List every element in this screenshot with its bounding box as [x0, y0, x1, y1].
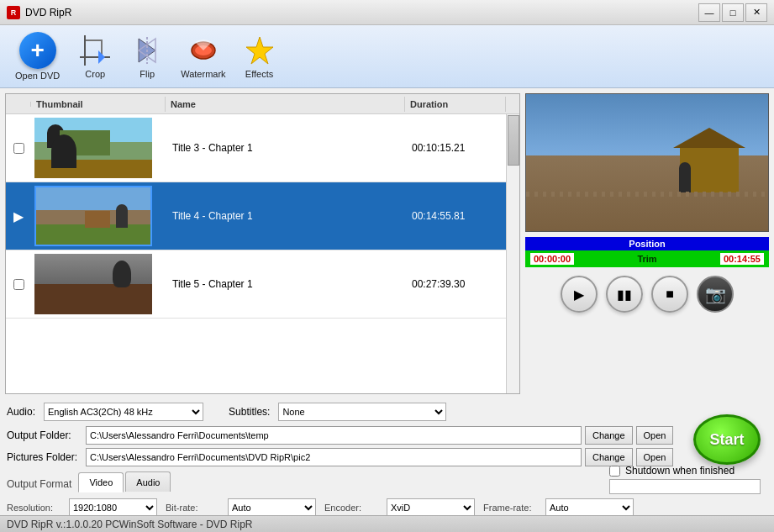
toolbar: + Open DVD Crop Fli [0, 25, 774, 88]
tab-video[interactable]: Video [78, 472, 124, 492]
bitrate-label: Bit-rate: [166, 503, 224, 513]
row-checkbox-3[interactable] [6, 276, 31, 293]
scrollbar-thumb[interactable] [508, 115, 519, 166]
maximize-button[interactable]: □ [722, 3, 744, 22]
table-header: Thumbnail Name Duration [6, 94, 519, 114]
play-button[interactable]: ▶ [561, 276, 598, 313]
header-name: Name [166, 97, 405, 112]
watermark-tool-button[interactable]: Watermark [174, 30, 232, 82]
shutdown-input[interactable] [609, 479, 761, 494]
app-title: DVD RipR [25, 7, 71, 18]
pictures-folder-change-button[interactable]: Change [585, 448, 633, 466]
svg-marker-9 [246, 37, 273, 64]
pause-button[interactable]: ▮▮ [606, 276, 643, 313]
av-row: Audio: English AC3(2Ch) 48 kHz Subtitles… [7, 403, 767, 421]
open-dvd-icon: + [19, 32, 56, 69]
shutdown-row: Shutdown when finished [609, 465, 761, 477]
stop-button[interactable]: ■ [651, 276, 688, 313]
row-name-2: Title 4 - Chapter 1 [166, 207, 405, 225]
title-bar: R DVD RipR ― □ ✕ [0, 0, 774, 25]
row-duration-2: 00:14:55.81 [405, 207, 506, 225]
flip-label: Flip [140, 69, 155, 79]
encoder-label: Encoder: [324, 503, 383, 513]
output-folder-open-button[interactable]: Open [636, 426, 674, 445]
output-folder-change-button[interactable]: Change [585, 426, 633, 445]
audio-label: Audio: [7, 406, 35, 418]
table-scrollbar[interactable] [506, 114, 519, 393]
trim-end-time: 00:14:55 [720, 253, 764, 265]
subtitles-select[interactable]: None [278, 403, 446, 421]
bitrate-select[interactable]: Auto [228, 498, 316, 517]
output-folder-label: Output Folder: [7, 429, 82, 441]
subtitles-label: Subtitles: [229, 406, 270, 418]
row-duration-3: 00:27:39.30 [405, 275, 506, 293]
start-button[interactable]: Start [693, 414, 761, 465]
right-panel: Position 00:00:00 Trim 00:14:55 ▶ ▮▮ ■ 📷 [525, 93, 769, 394]
encoder-select[interactable]: XviD H.264 [387, 498, 475, 517]
encoder-setting: Encoder: XviD H.264 [324, 498, 475, 517]
row-indicator-2: ▶ [6, 205, 31, 228]
row-checkbox-1[interactable] [6, 140, 31, 157]
header-check [6, 102, 31, 107]
thumbnail-1 [31, 114, 166, 182]
preview-scene [526, 94, 768, 231]
output-folder-input[interactable] [86, 426, 582, 445]
open-dvd-button[interactable]: + Open DVD [7, 29, 68, 84]
row-name-3: Title 5 - Chapter 1 [166, 275, 405, 293]
effects-tool-button[interactable]: Effects [234, 30, 285, 82]
checkbox-3[interactable] [13, 279, 24, 290]
watermark-label: Watermark [181, 69, 225, 79]
pictures-folder-input[interactable] [86, 448, 582, 466]
shutdown-checkbox[interactable] [609, 466, 620, 477]
crop-tool-button[interactable]: Crop [70, 30, 120, 82]
table-body: Title 3 - Chapter 1 00:10:15.21 ▶ Title [6, 114, 506, 393]
title-bar-left: R DVD RipR [7, 6, 71, 19]
pictures-folder-label: Pictures Folder: [7, 451, 82, 463]
effects-icon [243, 34, 276, 67]
effects-label: Effects [245, 69, 273, 79]
pictures-folder-open-button[interactable]: Open [636, 448, 674, 466]
tab-audio[interactable]: Audio [125, 471, 171, 492]
row-name-1: Title 3 - Chapter 1 [166, 139, 405, 157]
status-bar: DVD RipR v.:1.0.0.20 PCWinSoft Software … [0, 515, 774, 532]
thumbnail-2 [31, 182, 166, 250]
resolution-label: Resolution: [7, 503, 66, 513]
minimize-button[interactable]: ― [698, 3, 720, 22]
status-text: DVD RipR v.:1.0.0.20 PCWinSoft Software … [7, 519, 253, 530]
checkbox-1[interactable] [13, 143, 24, 154]
close-button[interactable]: ✕ [745, 3, 767, 22]
preview-box [525, 93, 769, 232]
resolution-select[interactable]: 1920:1080 1280:720 720:480 Auto [69, 498, 157, 517]
header-duration: Duration [405, 97, 506, 112]
thumbnail-3 [31, 250, 166, 318]
audio-select[interactable]: English AC3(2Ch) 48 kHz [44, 403, 203, 421]
player-controls: ▶ ▮▮ ■ 📷 [525, 272, 769, 316]
flip-tool-button[interactable]: Flip [122, 30, 172, 82]
row-duration-1: 00:10:15.21 [405, 139, 506, 157]
pictures-folder-row: Pictures Folder: Change Open [7, 448, 767, 466]
content-table: Thumbnail Name Duration [5, 93, 520, 394]
output-format-label: Output Format [7, 478, 71, 490]
thumb-image-1 [34, 118, 152, 178]
shutdown-label: Shutdown when finished [625, 465, 735, 477]
crop-label: Crop [85, 69, 105, 79]
snapshot-button[interactable]: 📷 [697, 276, 734, 313]
table-row[interactable]: Title 5 - Chapter 1 00:27:39.30 [6, 250, 506, 319]
table-row[interactable]: Title 3 - Chapter 1 00:10:15.21 [6, 114, 506, 182]
framerate-select[interactable]: Auto [545, 498, 634, 517]
framerate-label: Frame-rate: [483, 503, 542, 513]
trim-bar: 00:00:00 Trim 00:14:55 [525, 250, 769, 267]
start-section: Start [693, 414, 761, 465]
trim-start-time: 00:00:00 [530, 253, 574, 265]
app-icon: R [7, 6, 20, 19]
table-row[interactable]: ▶ Title 4 - Chapter 1 00:14:55.81 [6, 182, 506, 250]
open-dvd-label: Open DVD [15, 71, 60, 81]
trim-label: Trim [637, 254, 656, 264]
format-tabs: Video Audio [78, 471, 172, 492]
position-bar-container: Position 00:00:00 Trim 00:14:55 [525, 237, 769, 267]
window-controls: ― □ ✕ [698, 3, 767, 22]
framerate-setting: Frame-rate: Auto [483, 498, 634, 517]
flip-icon [130, 34, 164, 67]
position-label: Position [525, 237, 769, 250]
bitrate-setting: Bit-rate: Auto [166, 498, 316, 517]
